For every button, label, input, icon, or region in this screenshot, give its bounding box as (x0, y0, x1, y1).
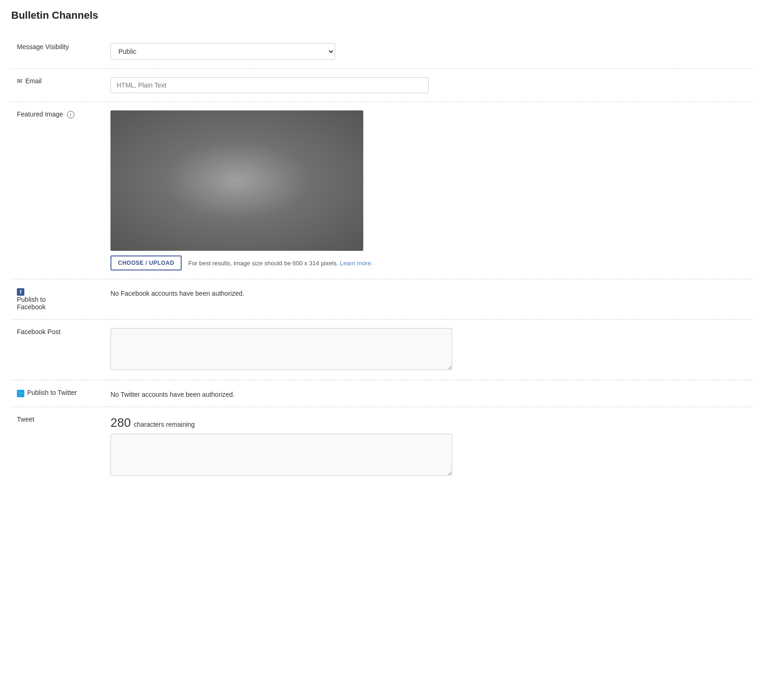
featured-image-label: Featured Image i (11, 102, 105, 279)
featured-image-info-icon[interactable]: i (67, 111, 74, 118)
publish-facebook-label: f Publish to Facebook (11, 279, 105, 320)
message-visibility-row: Message Visibility Public Private Member… (11, 35, 753, 69)
twitter-no-auth-text: No Twitter accounts have been authorized… (110, 389, 747, 398)
choose-upload-button[interactable]: CHOOSE / UPLOAD (110, 255, 182, 270)
publish-facebook-row: f Publish to Facebook No Facebook accoun… (11, 279, 753, 320)
publish-twitter-label: 🐦 Publish to Twitter (11, 380, 105, 407)
tweet-chars-container: 280 characters remaining (110, 416, 747, 430)
email-input[interactable] (110, 77, 429, 93)
form-table: Message Visibility Public Private Member… (11, 35, 753, 486)
facebook-post-label: Facebook Post (11, 320, 105, 380)
email-value (105, 69, 753, 102)
featured-image-row: Featured Image i CHOOSE / UPLOAD For bes… (11, 102, 753, 279)
facebook-no-auth-text: No Facebook accounts have been authorize… (110, 288, 747, 297)
message-visibility-value: Public Private Members Only (105, 35, 753, 69)
facebook-post-value (105, 320, 753, 380)
message-visibility-label: Message Visibility (11, 35, 105, 69)
email-icon: ✉ (17, 77, 22, 85)
publish-facebook-value: No Facebook accounts have been authorize… (105, 279, 753, 320)
tweet-textarea[interactable] (110, 434, 452, 476)
publish-twitter-value: No Twitter accounts have been authorized… (105, 380, 753, 407)
publish-twitter-row: 🐦 Publish to Twitter No Twitter accounts… (11, 380, 753, 407)
image-hint: For best results, image size should be 6… (188, 260, 373, 267)
tweet-value: 280 characters remaining (105, 407, 753, 486)
twitter-icon: 🐦 (17, 390, 24, 397)
page-title: Bulletin Channels (11, 9, 753, 22)
image-actions: CHOOSE / UPLOAD For best results, image … (110, 255, 747, 270)
facebook-post-textarea[interactable] (110, 328, 452, 370)
tweet-char-count: 280 (110, 416, 131, 430)
email-row: ✉ Email (11, 69, 753, 102)
facebook-icon: f (17, 288, 24, 296)
visibility-select[interactable]: Public Private Members Only (110, 43, 335, 60)
tweet-chars-label: characters remaining (133, 421, 195, 428)
learn-more-link[interactable]: Learn more. (340, 260, 373, 267)
facebook-post-row: Facebook Post (11, 320, 753, 380)
tweet-row: Tweet 280 characters remaining (11, 407, 753, 486)
featured-image-value: CHOOSE / UPLOAD For best results, image … (105, 102, 753, 279)
featured-image-preview (110, 110, 363, 251)
tweet-label: Tweet (11, 407, 105, 486)
email-label: ✉ Email (11, 69, 105, 102)
